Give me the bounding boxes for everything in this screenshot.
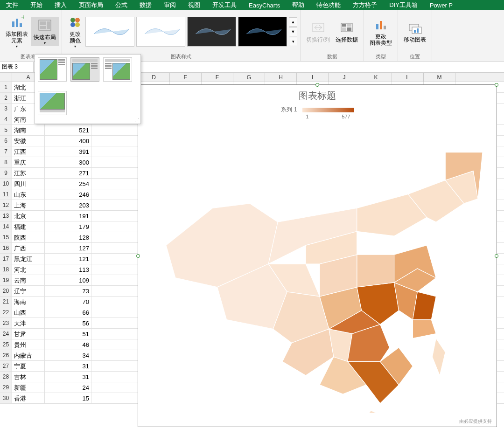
cell[interactable]: 521 [45,125,91,135]
tab-特色功能[interactable]: 特色功能 [310,0,347,10]
cell[interactable]: 重庆 [12,157,45,167]
col-header-D[interactable]: D [138,73,170,82]
row-header[interactable]: 3 [0,104,12,114]
cell[interactable] [91,286,138,296]
tab-帮助[interactable]: 帮助 [286,0,310,10]
row-header[interactable]: 30 [0,393,12,403]
cell[interactable] [91,275,138,285]
gallery-down-button[interactable]: ▼ [289,27,297,36]
map-plot-area[interactable] [147,124,487,413]
cell[interactable]: 254 [45,179,91,189]
cell[interactable]: 陕西 [12,232,45,242]
col-header-H[interactable]: H [265,73,297,82]
row-header[interactable]: 11 [0,189,12,200]
chart-handle[interactable] [315,83,319,87]
change-colors-button[interactable]: 更改颜色 ▾ [65,14,85,50]
cell[interactable]: 128 [45,232,91,242]
layout-option-3[interactable] [103,57,132,82]
row-header[interactable]: 6 [0,136,12,146]
move-chart-button[interactable]: 移动图表 [401,20,429,44]
cell[interactable] [91,146,138,157]
row-header[interactable]: 2 [0,93,12,103]
cell[interactable] [91,221,138,232]
tab-审阅[interactable]: 审阅 [158,0,182,10]
cell[interactable]: 内蒙古 [12,350,45,360]
col-header-M[interactable]: M [424,73,455,82]
name-box[interactable]: 图表 3 [0,62,34,72]
row-header[interactable]: 18 [0,264,12,275]
col-header-E[interactable]: E [170,73,202,82]
cell[interactable] [91,297,138,307]
cell[interactable]: 300 [45,157,91,167]
cell[interactable]: 56 [45,318,91,328]
cell[interactable]: 191 [45,211,91,221]
row-header[interactable]: 12 [0,200,12,210]
cell[interactable]: 31 [45,361,91,371]
cell[interactable]: 31 [45,372,91,382]
row-header[interactable]: 24 [0,329,12,339]
cell[interactable] [91,179,138,189]
layout-option-1[interactable] [38,57,67,82]
select-all-cell[interactable] [0,73,12,82]
cell[interactable]: 15 [45,393,91,403]
cell[interactable]: 246 [45,189,91,200]
row-header[interactable]: 1 [0,82,12,92]
tab-页面布局[interactable]: 页面布局 [73,0,109,10]
col-header-F[interactable]: F [202,73,233,82]
row-header[interactable]: 28 [0,372,12,382]
cell[interactable] [91,136,138,146]
tab-开发工具[interactable]: 开发工具 [206,0,243,10]
quick-layout-button[interactable]: 快速布局 ▾ [31,17,59,46]
cell[interactable]: 408 [45,136,91,146]
chart-handle[interactable] [495,254,498,258]
cell[interactable]: 湖南 [12,125,45,135]
cell[interactable]: 甘肃 [12,329,45,339]
cell[interactable]: 24 [45,382,91,393]
cell[interactable] [91,339,138,350]
row-header[interactable]: 22 [0,307,12,318]
row-header[interactable]: 5 [0,125,12,135]
row-header[interactable]: 25 [0,339,12,350]
cell[interactable] [91,157,138,167]
tab-方方格子[interactable]: 方方格子 [347,0,383,10]
chart-style-1[interactable] [85,17,134,47]
tab-EasyCharts[interactable]: EasyCharts [243,0,286,10]
tab-Power P[interactable]: Power P [424,0,459,10]
row-header[interactable]: 13 [0,211,12,221]
layout-option-4[interactable] [38,91,67,115]
cell[interactable]: 四川 [12,179,45,189]
cell[interactable]: 吉林 [12,372,45,382]
cell[interactable]: 179 [45,221,91,232]
cell[interactable]: 新疆 [12,382,45,393]
cell[interactable]: 福建 [12,221,45,232]
chart-handle[interactable] [495,83,498,87]
gallery-more-button[interactable]: ▾ [289,37,297,46]
cell[interactable]: 391 [45,146,91,157]
row-header[interactable]: 7 [0,146,12,157]
row-header[interactable]: 15 [0,232,12,242]
cell[interactable] [91,211,138,221]
chart-style-3[interactable] [187,17,236,47]
cell[interactable] [91,393,138,403]
change-chart-type-button[interactable]: 更改图表类型 [367,16,395,48]
gallery-up-button[interactable]: ▲ [289,17,297,27]
cell[interactable]: 云南 [12,275,45,285]
cell[interactable] [91,168,138,178]
cell[interactable]: 109 [45,275,91,285]
col-header-L[interactable]: L [392,73,424,82]
cell[interactable]: 46 [45,339,91,350]
cell[interactable]: 宁夏 [12,361,45,371]
cell[interactable]: 121 [45,254,91,264]
cell[interactable] [91,189,138,200]
cell[interactable]: 辽宁 [12,286,45,296]
cell[interactable] [91,350,138,360]
cell[interactable]: 北京 [12,211,45,221]
cell[interactable]: 66 [45,307,91,318]
cell[interactable]: 山西 [12,307,45,318]
cell[interactable] [91,372,138,382]
chart-style-4[interactable] [238,17,287,47]
cell[interactable]: 203 [45,200,91,210]
tab-开始[interactable]: 开始 [24,0,49,10]
row-header[interactable]: 19 [0,275,12,285]
tab-文件[interactable]: 文件 [0,0,24,10]
